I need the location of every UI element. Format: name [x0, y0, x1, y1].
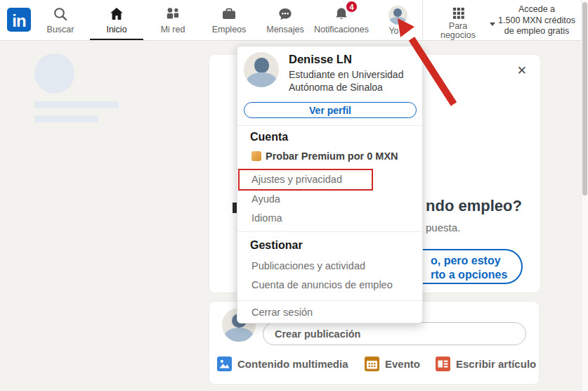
skeleton-text-bar: [34, 101, 119, 108]
scrollbar-thumb[interactable]: [582, 2, 587, 196]
nav-item-yo[interactable]: Yo: [370, 0, 426, 40]
manage-section-heading: Gestionar: [250, 239, 303, 252]
active-tab-underline: [90, 39, 143, 40]
nav-item-notificaciones[interactable]: Notificaciones 4: [313, 0, 370, 40]
people-icon: [164, 6, 181, 23]
nav-label-empleos: Empleos: [212, 25, 247, 34]
notification-badge: 4: [346, 1, 358, 13]
event-label: Evento: [385, 358, 420, 370]
menu-item-sign-out[interactable]: Cerrar sesión: [251, 307, 313, 318]
nav-label-mensajes: Mensajes: [266, 25, 304, 34]
menu-item-help[interactable]: Ayuda: [251, 193, 280, 205]
nav-avatar: [388, 6, 407, 25]
media-button[interactable]: Contenido multimedia: [217, 357, 348, 371]
create-post-placeholder: Crear publicación: [275, 328, 360, 340]
media-icon: [217, 357, 232, 371]
home-icon: [108, 6, 125, 23]
menu-item-language[interactable]: Idioma: [251, 212, 282, 224]
nav-label-para-negocios: Para negocios: [438, 22, 478, 40]
job-credits-promo-link[interactable]: Accede a 1.500 MXN créditos de empleo gr…: [490, 4, 584, 37]
nav-item-para-negocios[interactable]: Para negocios: [433, 0, 483, 40]
menu-item-settings[interactable]: Ajustes y privacidad: [251, 174, 342, 185]
profile-dropdown-menu: Denisse LN Estudiante en Universidad Aut…: [237, 46, 423, 323]
chat-icon: [277, 6, 294, 23]
menu-divider: [237, 125, 422, 126]
profile-headline: Estudiante en Universidad Autónoma de Si…: [289, 68, 417, 94]
account-section-heading: Cuenta: [250, 131, 288, 143]
nav-label-notificaciones: Notificaciones: [312, 25, 371, 34]
article-icon: [436, 357, 450, 371]
menu-item-job-ads-account[interactable]: Cuenta de anuncios de empleo: [251, 279, 393, 290]
skeleton-avatar: [34, 53, 74, 94]
nav-item-mi-red[interactable]: Mi red: [145, 0, 201, 40]
linkedin-home-page: ✕ ndo empleo? puesta. o, pero estoy rto …: [0, 0, 588, 391]
promo-line: 1.500 MXN créditos: [490, 15, 584, 27]
promo-line: de empleo gratis: [490, 26, 584, 37]
menu-item-posts-activity[interactable]: Publicaciones y actividad: [251, 260, 365, 271]
prompt-heading: ndo empleo?: [426, 197, 522, 215]
event-button[interactable]: Evento: [365, 357, 420, 371]
prompt-body-text: puesta.: [426, 222, 460, 233]
top-nav: in Buscar Inicio: [0, 0, 588, 41]
button-text-line2: rto a opciones: [431, 268, 507, 282]
promo-line: Accede a: [490, 4, 584, 15]
premium-icon: [251, 151, 261, 161]
write-article-button[interactable]: Escribir artículo: [436, 357, 536, 371]
briefcase-icon: [221, 6, 237, 23]
nav-label-yo: Yo: [388, 27, 398, 35]
profile-name: Denisse LN: [289, 53, 352, 66]
view-profile-button[interactable]: Ver perfil: [244, 102, 417, 118]
media-label: Contenido multimedia: [237, 358, 348, 370]
skeleton-text-bar: [34, 115, 98, 122]
nav-label-mi-red: Mi red: [161, 25, 185, 34]
nav-label-buscar: Buscar: [47, 25, 74, 34]
menu-divider: [237, 231, 422, 232]
linkedin-logo[interactable]: in: [7, 8, 31, 32]
premium-label: Probar Premium por 0 MXN: [266, 150, 398, 162]
grid-icon: [450, 6, 466, 20]
menu-divider: [237, 300, 422, 301]
chevron-down-icon: [401, 30, 407, 33]
close-icon[interactable]: ✕: [517, 65, 527, 77]
nav-item-inicio[interactable]: Inicio: [89, 0, 145, 40]
scrollbar-track[interactable]: [581, 0, 588, 391]
nav-label-inicio: Inicio: [106, 25, 126, 34]
nav-divider: [422, 0, 423, 39]
nav-item-empleos[interactable]: Empleos: [201, 0, 257, 40]
nav-item-mensajes[interactable]: Mensajes: [257, 0, 313, 40]
button-text-line1: o, pero estoy: [431, 254, 507, 268]
write-article-label: Escribir artículo: [456, 358, 536, 370]
event-icon: [365, 357, 379, 371]
nav-item-buscar[interactable]: Buscar: [32, 0, 89, 40]
search-icon: [52, 6, 69, 23]
menu-avatar: [244, 52, 279, 87]
menu-item-premium[interactable]: Probar Premium por 0 MXN: [251, 150, 398, 162]
view-profile-label: Ver perfil: [309, 105, 351, 116]
create-post-input[interactable]: Crear publicación: [263, 322, 526, 345]
